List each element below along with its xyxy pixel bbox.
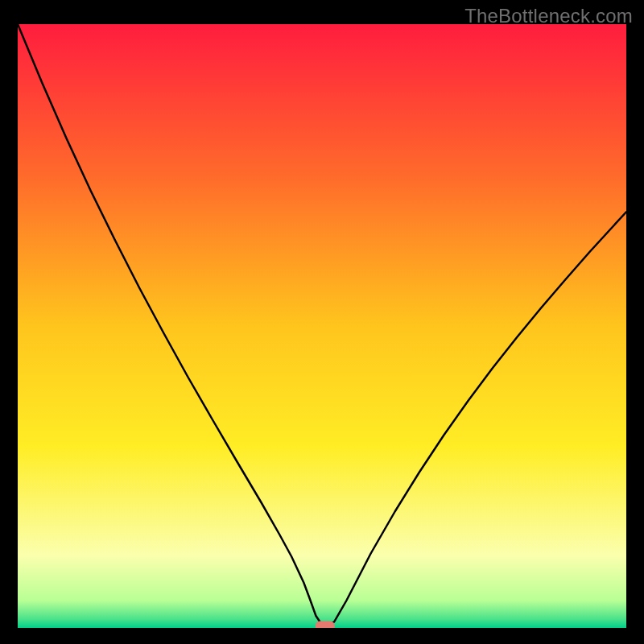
chart-frame: TheBottleneck.com [0, 0, 644, 644]
watermark-text: TheBottleneck.com [464, 5, 633, 27]
chart-svg [18, 24, 626, 628]
optimal-marker [316, 621, 335, 629]
plot-area [18, 24, 626, 628]
gradient-background [18, 24, 626, 628]
